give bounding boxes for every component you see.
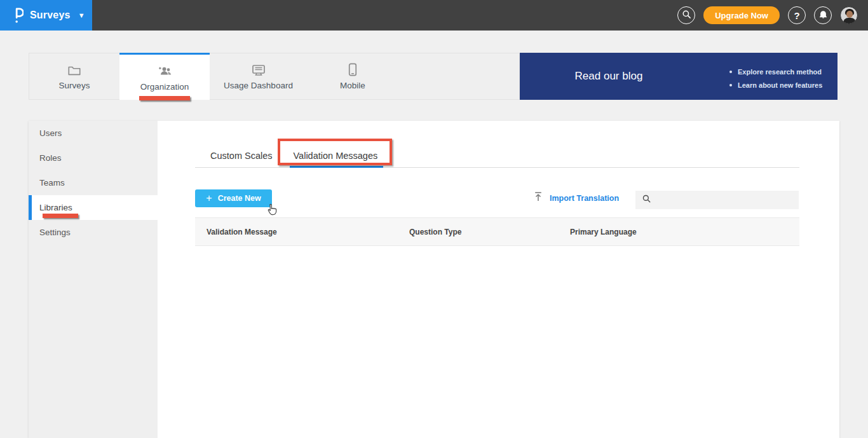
help-button[interactable]: ? [788, 6, 806, 24]
product-switcher[interactable]: Surveys ▼ [0, 0, 92, 31]
blog-banner[interactable]: Read our blog Explore research method Le… [520, 53, 837, 100]
column-header-primary-language: Primary Language [570, 228, 799, 236]
dashboard-icon [251, 62, 266, 76]
tab-label: Custom Scales [210, 151, 273, 161]
bullet-dot [729, 71, 732, 73]
tab-label: Validation Messages [294, 151, 378, 161]
sidebar-item-roles[interactable]: Roles [29, 146, 158, 170]
plus-icon: + [206, 193, 212, 204]
add-team-icon [156, 64, 173, 78]
annotation-underline-libraries [43, 214, 78, 218]
annotation-underline-organization [139, 96, 190, 100]
mobile-icon [348, 62, 357, 76]
sidebar-item-teams[interactable]: Teams [29, 170, 158, 195]
main-panel: Users Roles Teams Libraries Settings Cus… [29, 121, 839, 438]
tab-mobile[interactable]: Mobile [307, 53, 398, 99]
bell-icon [818, 10, 828, 21]
libraries-content: Custom Scales Validation Messages + Crea… [158, 121, 839, 438]
bullet-dot [729, 84, 732, 86]
search-button[interactable] [677, 6, 695, 24]
column-header-validation-message: Validation Message [195, 228, 409, 236]
tab-label: Surveys [59, 81, 90, 90]
upgrade-button[interactable]: Upgrade Now [703, 6, 780, 24]
blog-bullet-text: Learn about new features [738, 81, 822, 89]
create-new-button[interactable]: + Create New [195, 189, 272, 207]
blog-banner-title: Read our blog [520, 53, 698, 100]
search-input[interactable] [656, 192, 789, 208]
create-new-label: Create New [218, 194, 261, 203]
blog-banner-bullets: Explore research method Learn about new … [729, 65, 822, 92]
sidebar-item-users[interactable]: Users [29, 121, 158, 146]
blog-bullet: Learn about new features [729, 78, 822, 92]
sidebar-item-label: Settings [39, 228, 71, 237]
questionpro-logo [13, 6, 24, 24]
blog-bullet: Explore research method [729, 65, 822, 78]
tab-label: Organization [140, 82, 189, 92]
column-header-question-type: Question Type [409, 228, 570, 236]
module-tab-bar: Surveys Organization Usage Dashboard Mob… [29, 53, 520, 100]
tab-usage-dashboard[interactable]: Usage Dashboard [210, 53, 307, 99]
notifications-button[interactable] [814, 6, 832, 24]
import-translation-label: Import Translation [550, 194, 619, 203]
sidebar-item-label: Roles [39, 153, 62, 163]
library-tabs: Custom Scales Validation Messages [195, 147, 799, 168]
sidebar-item-label: Libraries [39, 203, 72, 212]
settings-sidebar: Users Roles Teams Libraries Settings [29, 121, 158, 438]
search-icon [682, 10, 691, 21]
table-search[interactable] [635, 191, 799, 209]
avatar[interactable] [840, 6, 858, 24]
sidebar-item-settings[interactable]: Settings [29, 220, 158, 245]
sidebar-item-label: Users [39, 128, 62, 138]
sidebar-item-libraries[interactable]: Libraries [29, 195, 158, 220]
tab-custom-scales[interactable]: Custom Scales [195, 147, 290, 168]
tab-organization[interactable]: Organization [119, 53, 210, 100]
folder-icon [67, 62, 81, 76]
blog-bullet-text: Explore research method [738, 68, 822, 76]
chevron-down-icon: ▼ [78, 11, 85, 19]
import-icon [534, 191, 543, 205]
import-translation-link[interactable]: Import Translation [534, 191, 619, 205]
search-icon [642, 194, 651, 206]
tab-label: Usage Dashboard [224, 81, 293, 90]
product-switcher-label: Surveys [30, 10, 71, 21]
tab-surveys[interactable]: Surveys [29, 53, 119, 99]
help-icon: ? [794, 10, 799, 21]
validation-table-header: Validation Message Question Type Primary… [195, 217, 799, 246]
topbar-actions: Upgrade Now ? [677, 6, 868, 24]
tab-label: Mobile [340, 81, 365, 90]
top-bar: Surveys ▼ Upgrade Now ? [0, 0, 868, 31]
tab-validation-messages[interactable]: Validation Messages [290, 147, 384, 168]
sidebar-item-label: Teams [39, 178, 65, 188]
